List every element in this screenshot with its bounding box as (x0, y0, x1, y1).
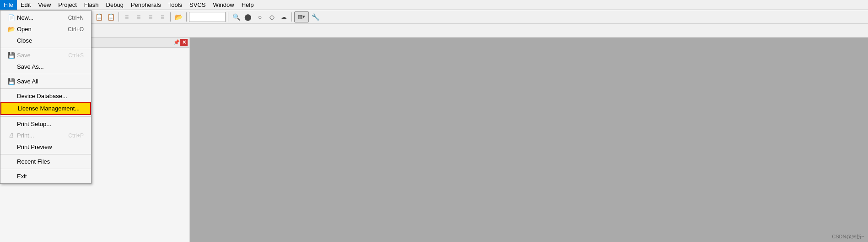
toolbar-align3-btn[interactable]: ≡ (145, 11, 156, 22)
menu-item-print-setup[interactable]: Print Setup... (0, 118, 91, 130)
toolbar-secondary: ⬛ ✂ 🖨 🖨 🔑 🔑 🗺 (0, 24, 868, 38)
menu-flash[interactable]: Flash (81, 0, 102, 10)
menu-help[interactable]: Help (238, 0, 258, 10)
toolbar-copy2-btn[interactable]: 📋 (93, 11, 104, 22)
menu-peripherals[interactable]: Peripherals (127, 0, 165, 10)
menu-separator-4 (0, 116, 91, 117)
menu-view[interactable]: View (34, 0, 54, 10)
toolbar-align4-btn[interactable]: ≡ (157, 11, 168, 22)
toolbar-sep4 (170, 12, 171, 22)
menu-item-license-mgmt[interactable]: License Management... (0, 102, 91, 115)
menu-project[interactable]: Project (54, 0, 80, 10)
menu-item-save-all[interactable]: 💾Save All (0, 76, 91, 87)
menu-item-device-db[interactable]: Device Database... (0, 90, 91, 102)
toolbar-device-field[interactable] (189, 12, 226, 22)
toolbar-sep6 (228, 12, 228, 22)
toolbar-sep7 (291, 12, 292, 22)
toolbar-ring-btn[interactable]: ○ (254, 11, 265, 22)
toolbar-wrench-btn[interactable]: 🔧 (310, 11, 321, 22)
menu-separator-2 (0, 74, 91, 74)
menu-item-save-as[interactable]: Save As... (0, 61, 91, 72)
menu-item-print-preview[interactable]: Print Preview (0, 141, 91, 153)
menu-item-recent-files[interactable]: Recent Files (0, 156, 91, 167)
toolbar-circle-btn[interactable]: ⬤ (243, 11, 253, 22)
toolbar-sep5 (186, 12, 187, 22)
save-all-icon: 💾 (8, 78, 15, 85)
toolbar-align1-btn[interactable]: ≡ (121, 11, 132, 22)
toolbar-copy3-btn[interactable]: 📋 (105, 11, 116, 22)
menu-item-open[interactable]: 📂Open Ctrl+O (0, 23, 91, 35)
menu-file[interactable]: File (0, 0, 17, 10)
toolbar-search-btn[interactable]: 🔍 (231, 11, 242, 22)
menu-separator-1 (0, 48, 91, 48)
menu-item-close[interactable]: Close (0, 35, 91, 46)
content-area (190, 38, 868, 242)
menu-item-exit[interactable]: Exit (0, 170, 91, 182)
toolbar-align2-btn[interactable]: ≡ (133, 11, 144, 22)
menu-separator-5 (0, 154, 91, 154)
menubar: File Edit View Project Flash Debug Perip… (0, 0, 868, 10)
toolbar-cloud-btn[interactable]: ☁ (278, 11, 289, 22)
toolbar-diamond-btn[interactable]: ◇ (266, 11, 277, 22)
main-area: 📌 ✕ (0, 38, 868, 242)
menu-separator-6 (0, 169, 91, 169)
menu-edit[interactable]: Edit (17, 0, 34, 10)
menu-item-print[interactable]: 🖨Print... Ctrl+P (0, 130, 91, 141)
toolbar-view-toggle-btn[interactable]: ▦▾ (294, 11, 309, 22)
menu-item-save[interactable]: 💾Save Ctrl+S (0, 50, 91, 61)
menu-svcs[interactable]: SVCS (186, 0, 209, 10)
panel-close-button[interactable]: ✕ (180, 39, 188, 46)
toolbar-load-btn[interactable]: 📂 (173, 11, 184, 22)
open-icon: 📂 (8, 26, 15, 33)
menu-separator-3 (0, 88, 91, 89)
watermark: CSDN@来折~ (832, 233, 864, 240)
panel-pin-button[interactable]: 📌 (173, 39, 180, 46)
file-menu-dropdown: 📄New... Ctrl+N 📂Open Ctrl+O Close 💾Save … (0, 10, 92, 184)
toolbar-sep3 (119, 12, 119, 22)
new-icon: 📄 (8, 14, 15, 21)
menu-window[interactable]: Window (209, 0, 237, 10)
menu-tools[interactable]: Tools (165, 0, 186, 10)
menu-item-new[interactable]: 📄New... Ctrl+N (0, 12, 91, 23)
menu-debug[interactable]: Debug (102, 0, 127, 10)
print-icon: 🖨 (8, 132, 15, 139)
toolbar-main: 📄 📂 ↩ ↪ ← → 📋 📋 📋 ≡ ≡ ≡ ≡ 📂 🔍 ⬤ ○ ◇ ☁ ▦▾… (0, 10, 868, 24)
save-icon: 💾 (8, 52, 15, 59)
